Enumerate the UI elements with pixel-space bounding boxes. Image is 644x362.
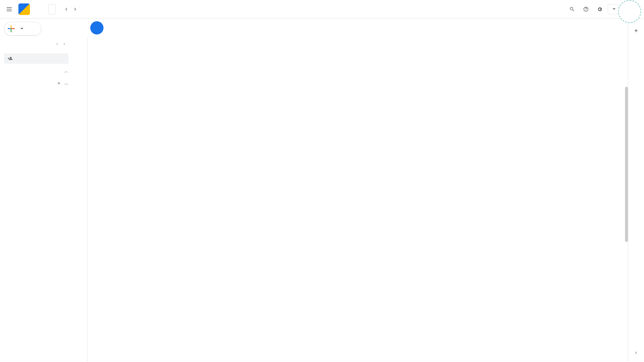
prev-day-button[interactable]: [62, 5, 71, 14]
search-people-input[interactable]: [4, 53, 68, 64]
mini-next-month[interactable]: [61, 41, 68, 48]
gear-icon: [597, 6, 603, 12]
view-selector[interactable]: [608, 4, 619, 14]
left-sidebar: ︿ + ︿: [0, 18, 74, 362]
hour-grid[interactable]: [87, 38, 626, 362]
scrollbar[interactable]: [625, 87, 628, 242]
my-calendars-header[interactable]: ︿: [4, 69, 74, 74]
plus-icon: [8, 25, 15, 32]
today-button[interactable]: [48, 4, 56, 14]
day-number-badge[interactable]: [90, 21, 103, 34]
collapse-panel-button[interactable]: [634, 351, 639, 356]
settings-button[interactable]: [594, 3, 605, 15]
search-button[interactable]: [566, 3, 578, 15]
header-left: [2, 2, 86, 16]
chevron-up-icon: ︿: [64, 69, 68, 74]
calendar-logo: [18, 3, 30, 15]
chevron-right-icon: [72, 6, 78, 12]
person-add-icon: [7, 56, 13, 61]
footer-links: [4, 357, 74, 359]
day-header: [90, 21, 103, 34]
caret-down-icon: [613, 8, 616, 11]
right-side-panel: +: [628, 18, 644, 362]
search-icon: [569, 6, 575, 12]
date-nav: [62, 5, 80, 14]
main-content: ︿ + ︿ +: [0, 18, 644, 362]
add-other-calendar-button[interactable]: +: [57, 80, 60, 86]
mini-prev-month[interactable]: [53, 41, 60, 48]
app-header: [0, 0, 644, 18]
main-menu-button[interactable]: [2, 2, 16, 16]
chevron-up-icon: ︿: [64, 81, 68, 86]
add-addon-button[interactable]: +: [634, 27, 638, 34]
chevron-right-icon: [63, 42, 66, 46]
create-button[interactable]: [4, 22, 41, 36]
chevron-left-icon: [55, 42, 59, 46]
next-day-button[interactable]: [71, 5, 80, 14]
caret-down-icon: [20, 27, 23, 30]
hamburger-icon: [7, 7, 12, 11]
time-column: [74, 18, 87, 362]
mini-calendar-header: [4, 41, 74, 48]
other-calendars-header[interactable]: + ︿: [4, 80, 74, 86]
help-button[interactable]: [580, 3, 592, 15]
chevron-right-icon: [634, 351, 639, 355]
mini-calendar-nav: [53, 41, 68, 48]
chevron-left-icon: [63, 6, 69, 12]
day-view[interactable]: [74, 18, 628, 362]
help-icon: [583, 6, 589, 12]
